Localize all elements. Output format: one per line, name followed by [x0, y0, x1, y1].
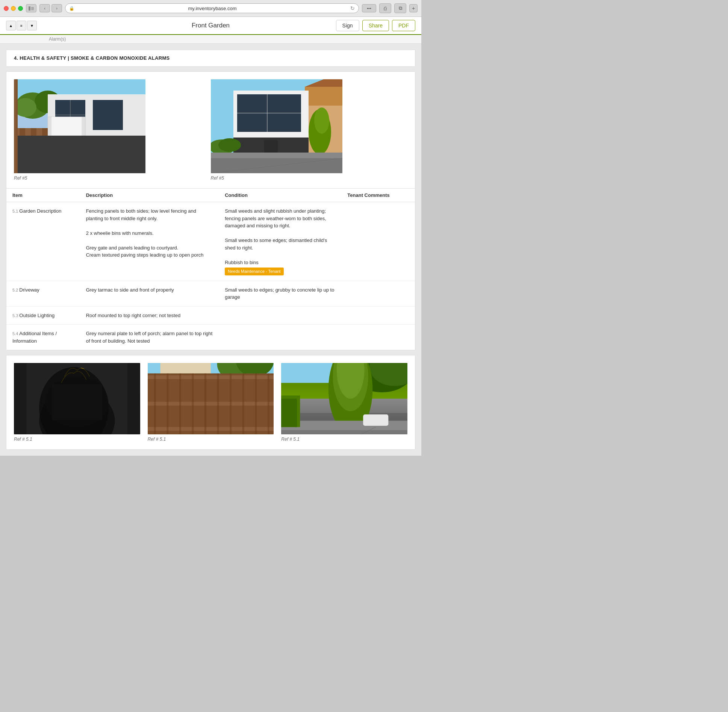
main-content: 4. HEALTH & SAFETY | SMOKE & CARBON MONO…: [0, 44, 421, 456]
svg-rect-12: [93, 100, 123, 130]
svg-rect-81: [281, 430, 407, 434]
svg-rect-71: [255, 373, 257, 434]
maximize-button[interactable]: [18, 6, 23, 11]
svg-point-44: [218, 138, 241, 152]
section-heading: 4. HEALTH & SAFETY | SMOKE & CARBON MONO…: [6, 50, 415, 67]
table-row: 5.3 Outside Lighting Roof mounted to top…: [6, 306, 415, 325]
item-condition: Small weeds and slight rubbish under pla…: [219, 202, 341, 281]
address-bar[interactable]: 🔒 my.inventorybase.com ↻: [65, 3, 359, 13]
svg-rect-64: [166, 373, 168, 434]
left-photo-container: Ref #5: [14, 79, 211, 181]
svg-rect-4: [14, 79, 145, 173]
add-tab-button[interactable]: +: [409, 4, 418, 12]
doc-menu-button[interactable]: ≡: [17, 21, 26, 30]
svg-rect-84: [363, 414, 389, 426]
sign-button[interactable]: Sign: [336, 20, 359, 31]
new-tab-button[interactable]: ⧉: [394, 3, 406, 13]
share-browser-button[interactable]: ⎙: [379, 3, 391, 13]
svg-rect-11: [55, 100, 85, 130]
bottom-photo-container-2: Ref # 5.1: [148, 363, 274, 442]
svg-rect-15: [48, 117, 85, 151]
more-button[interactable]: •••: [362, 4, 376, 12]
bottom-photos-row: Ref # 5.1: [14, 363, 407, 442]
item-name: Additional Items / Information: [12, 331, 57, 344]
page-title: Front Garden: [192, 22, 230, 29]
svg-line-27: [14, 158, 145, 169]
table-row: 5.1 Garden Description Fencing panels to…: [6, 202, 415, 281]
svg-rect-67: [204, 373, 206, 434]
top-photos-row: Ref #5: [6, 72, 415, 188]
sidebar-toggle-button[interactable]: [26, 4, 36, 12]
svg-rect-68: [217, 373, 219, 434]
maintenance-badge: Needs Maintenance - Tenant: [225, 268, 283, 275]
fence-photo: [148, 363, 274, 434]
col-header-tenant: Tenant Comments: [341, 189, 415, 202]
tenant-comments: [341, 202, 415, 281]
item-name: Driveway: [19, 287, 39, 293]
bottom-photo-ref-1: Ref # 5.1: [14, 437, 32, 442]
browser-chrome: ‹ › 🔒 my.inventorybase.com ↻ ••• ⎙ ⧉ +: [0, 0, 421, 17]
tenant-comments: [341, 325, 415, 350]
svg-point-7: [35, 91, 61, 113]
bottom-photo-container-1: Ref # 5.1: [14, 363, 140, 442]
svg-point-6: [16, 92, 50, 119]
svg-rect-0: [29, 6, 30, 11]
col-header-condition: Condition: [219, 189, 341, 202]
svg-rect-16: [48, 117, 85, 151]
garden-photo: [281, 363, 407, 434]
bottom-photo-container-3: Ref # 5.1: [281, 363, 407, 442]
svg-rect-19: [20, 128, 25, 173]
top-photos-card: Ref #5: [6, 71, 415, 351]
svg-rect-18: [14, 128, 20, 173]
svg-rect-83: [281, 399, 297, 427]
tenant-comments: [341, 281, 415, 306]
svg-rect-5: [14, 79, 145, 109]
item-description: Fencing panels to both sides; low level …: [80, 202, 219, 281]
share-button[interactable]: Share: [362, 20, 389, 31]
svg-rect-65: [179, 373, 181, 434]
item-description: Grey numeral plate to left of porch; ala…: [80, 325, 219, 350]
item-name: Garden Description: [19, 208, 61, 214]
close-button[interactable]: [4, 6, 9, 11]
minimize-button[interactable]: [11, 6, 16, 11]
svg-rect-70: [242, 373, 244, 434]
svg-rect-30: [305, 87, 342, 106]
table-row: 5.4 Additional Items / Information Grey …: [6, 325, 415, 350]
item-number: 5.4: [12, 331, 19, 336]
bin-photo: [14, 363, 140, 434]
left-photo: [14, 79, 145, 173]
item-table: Item Description Condition Tenant Commen…: [6, 188, 415, 350]
item-description: Grey tarmac to side and front of propert…: [80, 281, 219, 306]
back-button[interactable]: ‹: [39, 4, 50, 12]
bottom-photo-ref-3: Ref # 5.1: [281, 437, 300, 442]
svg-rect-1: [31, 7, 34, 8]
breadcrumb: Alarm(s): [0, 35, 421, 44]
col-header-item: Item: [6, 189, 80, 202]
item-number: 5.2: [12, 288, 19, 292]
svg-rect-3: [31, 9, 34, 10]
svg-rect-20: [25, 128, 31, 173]
forward-button[interactable]: ›: [51, 4, 62, 12]
svg-rect-9: [48, 94, 145, 162]
app-header: ▲ ≡ ▼ Front Garden Sign Share PDF: [0, 17, 421, 35]
header-actions: Sign Share PDF: [336, 20, 415, 31]
tenant-comments: [341, 306, 415, 325]
doc-down-button[interactable]: ▼: [27, 21, 37, 30]
svg-line-26: [14, 154, 145, 173]
reload-button[interactable]: ↻: [350, 5, 355, 11]
traffic-lights: [4, 6, 23, 11]
svg-rect-22: [36, 128, 42, 173]
pdf-button[interactable]: PDF: [392, 20, 415, 31]
lock-icon: 🔒: [69, 6, 74, 11]
house-side-image: [14, 79, 145, 173]
col-header-description: Description: [80, 189, 219, 202]
left-photo-ref: Ref #5: [14, 175, 27, 181]
right-photo: [211, 79, 342, 173]
right-photo-container: Ref #5: [211, 79, 408, 181]
bottom-photo-ref-2: Ref # 5.1: [148, 437, 166, 442]
doc-nav-controls: ▲ ≡ ▼: [6, 21, 37, 30]
browser-toolbar: ‹ › 🔒 my.inventorybase.com ↻ ••• ⎙ ⧉ +: [0, 0, 421, 17]
svg-rect-21: [31, 128, 36, 173]
section-header-card: 4. HEALTH & SAFETY | SMOKE & CARBON MONO…: [6, 50, 415, 67]
doc-up-button[interactable]: ▲: [6, 21, 16, 30]
